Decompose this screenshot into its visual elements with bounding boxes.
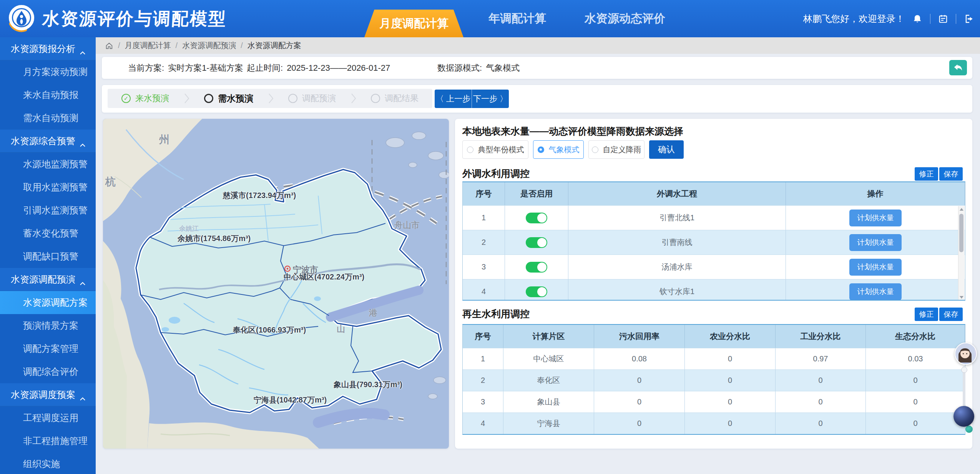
- radio-icon: [467, 146, 473, 153]
- zone-name: 象山县: [503, 391, 594, 412]
- sidebar-group-forecast-analysis[interactable]: 水资源预报分析: [0, 37, 96, 60]
- sidebar-item-label: 需水自动预测: [23, 112, 78, 124]
- reuse-rate-value: 0: [594, 391, 685, 412]
- map-region-label: 余姚市(1754.86万m³): [178, 233, 251, 244]
- sidebar-group-allocation-rehearsal[interactable]: 水资源调配预演: [0, 268, 96, 291]
- breadcrumb-item[interactable]: 月度调配计算: [125, 40, 171, 51]
- sidebar-group-comprehensive-warning[interactable]: 水资源综合预警: [0, 130, 96, 153]
- sidebar-item-intake-monitor-warning[interactable]: 取用水监测预警: [0, 176, 96, 199]
- step-circle-icon: [371, 94, 380, 103]
- sidebar-item-allocation-gap-warning[interactable]: 调配缺口预警: [0, 245, 96, 268]
- planned-supply-button[interactable]: 计划供水量: [849, 283, 902, 300]
- back-button[interactable]: [949, 60, 967, 75]
- bell-icon[interactable]: [912, 13, 923, 25]
- sidebar-item-label: 非工程措施管理: [23, 435, 88, 447]
- sidebar-item-organization-implementation[interactable]: 组织实施: [0, 452, 96, 474]
- chevron-up-icon: [80, 393, 86, 403]
- planned-supply-button[interactable]: 计划供水量: [849, 210, 902, 226]
- step-label: 来水预演: [135, 93, 169, 104]
- sidebar-item-comprehensive-evaluation[interactable]: 调配综合评价: [0, 360, 96, 383]
- step-demand-rehearsal[interactable]: 需水预演: [204, 93, 253, 105]
- step-check-icon: ✓: [121, 94, 131, 103]
- map-region-label: 象山县(790.31万m³): [334, 379, 402, 390]
- enable-toggle[interactable]: [526, 286, 547, 297]
- planned-supply-button[interactable]: 计划供水量: [849, 234, 902, 251]
- scroll-down-icon[interactable]: [960, 296, 963, 299]
- table-row: 3 象山县 0 0 0 0: [463, 391, 965, 412]
- column-header: 生态分水比: [866, 325, 965, 348]
- step-allocation-result[interactable]: 调配结果: [371, 93, 419, 104]
- home-icon[interactable]: [105, 42, 113, 50]
- save-button[interactable]: 保存: [939, 308, 963, 321]
- steps-bar: ✓ 来水预演 需水预演 调配预演 调配结果 〈 上一步 下一步 〉: [102, 85, 972, 113]
- enable-toggle[interactable]: [526, 237, 547, 248]
- step-inflow-rehearsal[interactable]: ✓ 来水预演: [121, 93, 169, 104]
- steps-strip: ✓ 来水预演 需水预演 调配预演 调配结果: [108, 89, 432, 108]
- zone-name: 中心城区: [503, 348, 594, 369]
- planned-supply-button[interactable]: 计划供水量: [849, 259, 902, 276]
- assistant-avatar[interactable]: [955, 343, 977, 365]
- save-button[interactable]: 保存: [939, 167, 963, 181]
- sidebar-item-project-dispatch[interactable]: 工程调度运用: [0, 406, 96, 429]
- radio-weather-mode[interactable]: 气象模式: [533, 140, 584, 159]
- sidebar-item-storage-change-warning[interactable]: 蓄水变化预警: [0, 222, 96, 245]
- step-allocation-rehearsal[interactable]: 调配预演: [288, 93, 336, 104]
- datasource-label: 数据源模式:: [437, 62, 482, 74]
- sidebar-item-inflow-auto-forecast[interactable]: 来水自动预报: [0, 83, 96, 106]
- sidebar-item-label: 引调水监测预警: [23, 204, 88, 216]
- row-index: 3: [463, 255, 505, 279]
- breadcrumb-item[interactable]: 水资源调配预演: [182, 40, 236, 51]
- tab-monthly-allocation[interactable]: 月度调配计算: [364, 10, 463, 37]
- sidebar-item-non-project-measures[interactable]: 非工程措施管理: [0, 429, 96, 452]
- table-row: 1 中心城区 0.08 0 0.97 0.03: [463, 348, 965, 369]
- assistant-teal-dot[interactable]: [965, 426, 973, 433]
- section-title-external-water: 外调水利用调控: [462, 167, 530, 180]
- external-water-table: 序号 是否启用 外调水工程 操作 1 引曹北线1 计划供水量 2 引曹南线 计划…: [462, 181, 965, 301]
- agriculture-ratio-value: 0: [685, 348, 776, 369]
- scrollbar-thumb[interactable]: [959, 214, 963, 252]
- sidebar-item-label: 取用水监测预警: [23, 181, 88, 193]
- sidebar-item-scenario-plan[interactable]: 预演情景方案: [0, 314, 96, 337]
- row-index: 2: [463, 230, 505, 254]
- prev-step-button[interactable]: 〈 上一步: [435, 90, 472, 108]
- calendar-icon[interactable]: [937, 13, 949, 25]
- sidebar-item-label: 月方案滚动预测: [23, 66, 88, 78]
- assistant-globe-sphere[interactable]: [953, 406, 974, 427]
- enable-toggle[interactable]: [526, 262, 547, 273]
- scroll-up-icon[interactable]: [960, 208, 963, 211]
- tab-yearly-allocation[interactable]: 年调配计算: [483, 0, 552, 37]
- logout-icon[interactable]: [963, 13, 975, 25]
- map-place-label: 山: [337, 323, 345, 335]
- sidebar-item-label: 水源地监测预警: [23, 158, 88, 170]
- map-place-label: 舟山市: [394, 220, 420, 231]
- next-step-button[interactable]: 下一步 〉: [472, 90, 509, 108]
- zone-name: 奉化区: [503, 370, 594, 391]
- table-row: 2 引曹南线 计划供水量: [463, 230, 965, 254]
- step-label: 需水预演: [218, 93, 253, 105]
- fix-button[interactable]: 修正: [915, 167, 938, 181]
- sidebar-item-plan-management[interactable]: 调配方案管理: [0, 337, 96, 360]
- confirm-button[interactable]: 确认: [649, 140, 684, 159]
- zone-name: 宁海县: [503, 413, 594, 434]
- sidebar-item-source-monitor-warning[interactable]: 水源地监测预警: [0, 153, 96, 176]
- assistant-slider[interactable]: [963, 366, 965, 406]
- sidebar-item-demand-auto-forecast[interactable]: 需水自动预测: [0, 106, 96, 130]
- tab-dynamic-evaluation[interactable]: 水资源动态评价: [583, 0, 667, 37]
- radio-custom-rainfall[interactable]: 自定义降雨: [588, 140, 644, 159]
- enable-toggle[interactable]: [526, 213, 547, 223]
- sidebar-item-diversion-monitor-warning[interactable]: 引调水监测预警: [0, 199, 96, 222]
- map-region-label: 慈溪市(1723.94万m³): [223, 190, 296, 201]
- radio-label: 气象模式: [549, 145, 580, 155]
- sidebar-item-allocation-plan[interactable]: 水资源调配方案: [0, 291, 96, 314]
- period-label: 起止时间:: [247, 62, 283, 74]
- column-header: 计算片区: [503, 325, 594, 348]
- sidebar-item-monthly-rolling-forecast[interactable]: 月方案滚动预测: [0, 60, 96, 83]
- fix-button[interactable]: 修正: [915, 308, 938, 321]
- sidebar-group-dispatch-plan[interactable]: 水资源调度预案: [0, 383, 96, 406]
- map-panel: 慈溪市(1723.94万m³) 余姚市(1754.86万m³) 中心城区(470…: [103, 119, 449, 449]
- industry-ratio-value: 0: [776, 413, 866, 434]
- map-region-label: 奉化区(1066.93万m³): [233, 325, 306, 335]
- slider-knob[interactable]: [961, 367, 967, 373]
- table-scrollbar[interactable]: [958, 206, 965, 301]
- radio-typical-year-mode[interactable]: 典型年份模式: [462, 140, 528, 159]
